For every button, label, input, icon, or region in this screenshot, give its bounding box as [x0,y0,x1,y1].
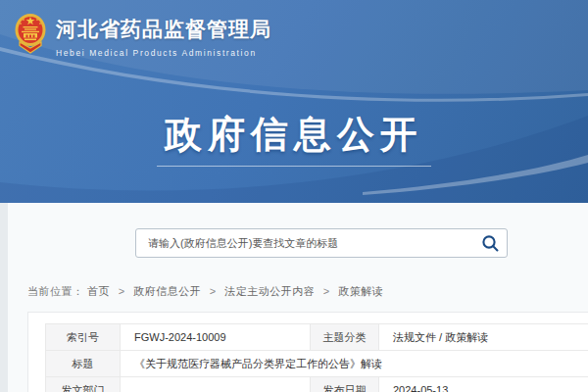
title-underline [157,166,431,167]
agency-header: 河北省药品监督管理局 Hebei Medical Products Admini… [14,10,271,58]
publish-date-value: 2024-05-13 [379,377,588,392]
search-button[interactable] [473,229,507,257]
title-value: 《关于规范医疗器械产品分类界定工作的公告》解读 [121,351,588,377]
content-background: 当前位置： 首页 > 政府信息公开 > 法定主动公开内容 > 政策解读 索引号 … [8,203,588,392]
index-number-label: 索引号 [46,324,121,351]
content-section: 当前位置： 首页 > 政府信息公开 > 法定主动公开内容 > 政策解读 索引号 … [0,203,588,392]
agency-name-en: Hebei Medical Products Administration [56,48,271,58]
search-icon [481,234,500,253]
topic-category-label: 主题分类 [311,324,379,351]
document-info-table: 索引号 FGWJ-2024-10009 主题分类 法规文件 / 政策解读 标题 … [45,323,588,392]
breadcrumb-gov-info-link[interactable]: 政府信息公开 [133,285,201,297]
national-emblem-logo [14,12,47,57]
breadcrumb-policy-interpretation-link[interactable]: 政策解读 [338,285,383,297]
search-box [135,228,508,258]
table-row: 标题 《关于规范医疗器械产品分类界定工作的公告》解读 [46,351,588,377]
breadcrumb-statutory-disclosure-link[interactable]: 法定主动公开内容 [224,285,315,297]
table-row: 发文部门 发布日期 2024-05-13 [46,377,588,392]
breadcrumb-home-link[interactable]: 首页 [87,285,110,297]
publish-date-label: 发布日期 [311,377,379,392]
breadcrumb-separator: > [323,285,330,297]
search-input[interactable] [136,229,473,257]
top-banner: 河北省药品监督管理局 Hebei Medical Products Admini… [0,0,588,203]
title-label: 标题 [46,351,121,377]
document-info-card: 索引号 FGWJ-2024-10009 主题分类 法规文件 / 政策解读 标题 … [27,312,588,392]
topic-category-value: 法规文件 / 政策解读 [379,324,588,351]
page-title: 政府信息公开 [0,110,588,160]
table-row: 索引号 FGWJ-2024-10009 主题分类 法规文件 / 政策解读 [46,324,588,351]
breadcrumb-separator: > [119,285,125,297]
breadcrumb: 当前位置： 首页 > 政府信息公开 > 法定主动公开内容 > 政策解读 [27,284,383,299]
issuing-department-value [121,377,311,392]
breadcrumb-label: 当前位置： [27,285,84,297]
issuing-department-label: 发文部门 [46,377,121,392]
index-number-value: FGWJ-2024-10009 [121,324,311,351]
breadcrumb-separator: > [210,285,217,297]
agency-name-zh: 河北省药品监督管理局 [56,16,271,43]
